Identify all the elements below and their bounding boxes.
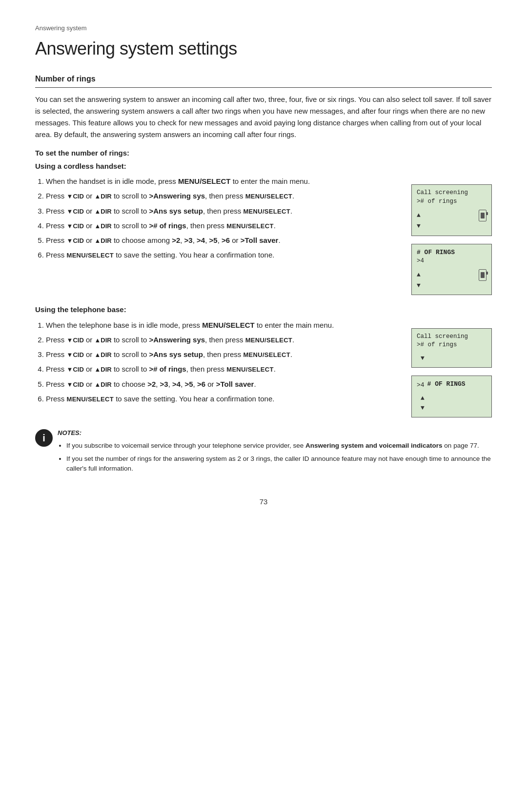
lcd-battery-icon [479, 210, 486, 221]
handset-lcd-bottom: # OF RINGS >4 ▲ ▼ [411, 244, 492, 296]
handset-lcd-top-line2: ># of rings [417, 198, 486, 206]
info-icon: i [35, 429, 53, 447]
handset-step-4: Press ▼CID or ▲DIR to scroll to ># of ri… [46, 220, 397, 231]
lcd-up-arrow: ▲ [417, 211, 421, 220]
handset-lcd-top-line1: Call screening [417, 189, 486, 198]
handset-step-2: Press ▼CID or ▲DIR to scroll to >Answeri… [46, 190, 397, 201]
base-step-2: Press ▼CID or ▲DIR to scroll to >Answeri… [46, 334, 397, 345]
lcd-up-arrow-base-bot: ▲ [421, 394, 425, 403]
handset-steps-list: When the handset is in idle mode, press … [46, 176, 397, 261]
handset-screens-col: Call screening ># of rings ▲ ▼ # OF RING… [402, 176, 492, 295]
notes-section: i NOTES: If you subscribe to voicemail s… [35, 428, 492, 476]
base-step-4: Press ▼CID or ▲DIR to scroll to ># of ri… [46, 363, 397, 375]
handset-step-5: Press ▼CID or ▲DIR to choose among >2, >… [46, 235, 397, 246]
handset-section: When the handset is in idle mode, press … [35, 176, 492, 295]
base-lcd-top: Call screening ># of rings ▼ [411, 328, 492, 368]
breadcrumb: Answering system [35, 23, 492, 33]
intro-text: You can set the answering system to answ… [35, 94, 492, 140]
handset-lcd-bottom-line2: >4 [417, 257, 486, 266]
lcd-down-arrow-base-bot: ▼ [421, 403, 425, 413]
base-section: When the telephone base is in idle mode,… [35, 319, 492, 418]
page-title: Answering system settings [35, 35, 492, 62]
base-lcd-top-line2: ># of rings [417, 341, 486, 350]
note-item-1: If you subscribe to voicemail service th… [66, 441, 492, 451]
base-lcd-top-line1: Call screening [417, 333, 486, 341]
base-steps-list: When the telephone base is in idle mode,… [46, 319, 397, 405]
handset-steps-col: When the handset is in idle mode, press … [35, 176, 397, 266]
handset-step-6: Press MENU/SELECT to save the setting. Y… [46, 249, 397, 260]
base-lcd-bottom-line1: # OF RINGS [427, 380, 466, 389]
sub-heading-handset: Using a cordless handset: [35, 160, 492, 172]
lcd-down-arrow: ▼ [417, 221, 421, 231]
base-step-5: Press ▼CID or ▲DIR to choose >2, >3, >4,… [46, 378, 397, 390]
sub-heading-base: Using the telephone base: [35, 304, 492, 315]
base-lcd-bottom: >4 # OF RINGS ▲ ▼ [411, 376, 492, 417]
notes-body: NOTES: If you subscribe to voicemail ser… [58, 428, 492, 476]
handset-step-1: When the handset is in idle mode, press … [46, 176, 397, 187]
base-steps-col: When the telephone base is in idle mode,… [35, 319, 397, 410]
base-screens-col: Call screening ># of rings ▼ >4 # OF RIN… [402, 319, 492, 418]
handset-step-3: Press ▼CID or ▲DIR to scroll to >Ans sys… [46, 205, 397, 217]
base-step-6: Press MENU/SELECT to save the setting. Y… [46, 393, 397, 404]
section-heading: Number of rings [35, 73, 492, 88]
note-item-2: If you set the number of rings for the a… [66, 454, 492, 474]
lcd-battery-icon2 [479, 269, 486, 281]
lcd-down-arrow2: ▼ [417, 281, 421, 291]
page-number: 73 [35, 496, 492, 507]
handset-lcd-top: Call screening ># of rings ▲ ▼ [411, 184, 492, 236]
base-step-3: Press ▼CID or ▲DIR to scroll to >Ans sys… [46, 349, 397, 360]
notes-label: NOTES: [58, 428, 492, 438]
base-step-1: When the telephone base is in idle mode,… [46, 319, 397, 331]
base-lcd-bottom-line2-pre: >4 [417, 381, 425, 390]
lcd-up-arrow2: ▲ [417, 270, 421, 280]
handset-lcd-bottom-line1: # OF RINGS [417, 248, 486, 257]
sub-heading-set: To set the number of rings: [35, 147, 492, 158]
lcd-down-arrow-base-top: ▼ [421, 354, 425, 363]
notes-list: If you subscribe to voicemail service th… [66, 441, 492, 474]
